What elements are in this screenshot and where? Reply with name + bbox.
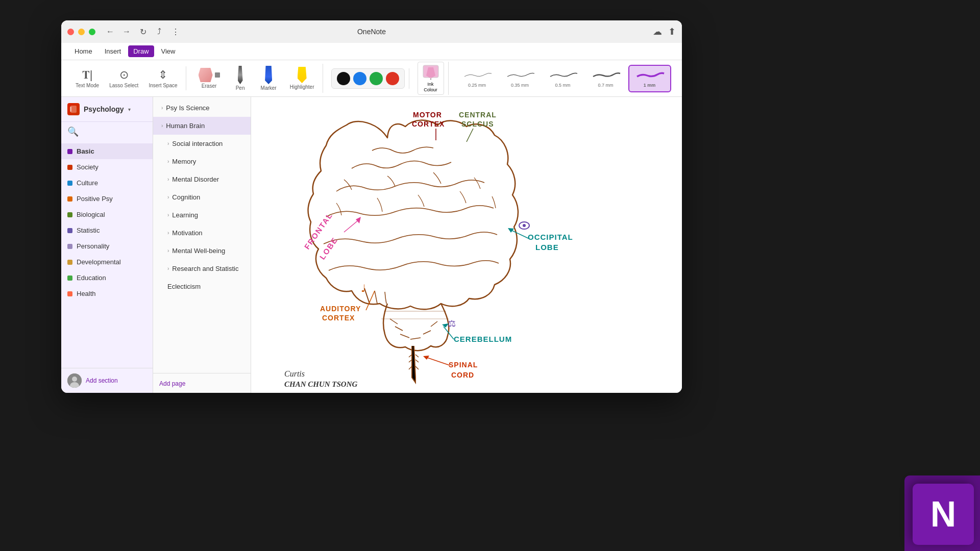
line-width-07[interactable]: 0.7 mm [585, 65, 626, 92]
sidebar-item-society[interactable]: Society [61, 159, 153, 175]
svg-point-6 [72, 377, 77, 382]
svg-marker-25 [356, 217, 361, 223]
eraser-label: Eraser [202, 83, 216, 89]
line-1-label: 1 mm [644, 83, 656, 88]
notebook-title[interactable]: Psychology [84, 105, 124, 113]
close-button[interactable] [67, 29, 74, 35]
sidebar-item-statistic[interactable]: Statistic [61, 222, 153, 238]
sidebar-item-developmental[interactable]: Developmental [61, 254, 153, 270]
line-width-group: 0.25 mm 0.35 mm 0.5 mm [453, 65, 675, 92]
page-social-label: Social interaction [172, 140, 223, 147]
color-red[interactable] [386, 72, 399, 85]
cloud-icon[interactable]: ☁ [653, 26, 662, 37]
svg-text:LOBE: LOBE [535, 243, 559, 252]
line-width-1[interactable]: 1 mm [628, 65, 671, 92]
sidebar-footer: Add section [61, 368, 153, 393]
page-mental-wellbeing[interactable]: › Mental Well-being [153, 242, 251, 260]
page-eclecticism[interactable]: Eclecticism [153, 278, 251, 295]
line-05-label: 0.5 mm [555, 83, 570, 88]
sidebar-item-culture[interactable]: Culture [61, 175, 153, 191]
chevron-wellbeing: › [167, 248, 169, 254]
menu-draw[interactable]: Draw [128, 45, 154, 57]
sidebar-item-biological[interactable]: Biological [61, 207, 153, 222]
svg-line-8 [390, 319, 398, 324]
chevron-psy: › [161, 105, 163, 111]
chevron-motivation: › [167, 230, 169, 236]
refresh-button[interactable]: ↻ [136, 25, 150, 38]
pages-panel: › Psy Is Science › Human Brain › Social … [153, 97, 251, 393]
chevron-research: › [167, 266, 169, 271]
color-black[interactable] [337, 72, 350, 85]
toolbar: 𝐓| Text Mode ⊙ Lasso Select ⇕ Insert Spa… [61, 60, 682, 97]
sidebar-item-positive-psy[interactable]: Positive Psy [61, 191, 153, 207]
text-tools-group: 𝐓| Text Mode ⊙ Lasso Select ⇕ Insert Spa… [67, 66, 186, 90]
pen-label: Pen [236, 85, 245, 91]
page-psy-is-science[interactable]: › Psy Is Science [153, 99, 251, 117]
ink-colour-icon [422, 64, 439, 81]
page-memory[interactable]: › Memory [153, 153, 251, 170]
line-width-025[interactable]: 0.25 mm [457, 65, 498, 92]
page-social-interaction[interactable]: › Social interaction [153, 135, 251, 153]
share-icon[interactable]: ⬆ [668, 26, 676, 37]
line-width-035[interactable]: 0.35 mm [500, 65, 541, 92]
notebook-chevron: ▾ [128, 107, 131, 112]
sidebar-item-personality[interactable]: Personality [61, 238, 153, 254]
lasso-select-button[interactable]: ⊙ Lasso Select [105, 66, 142, 90]
page-human-brain[interactable]: › Human Brain [153, 117, 251, 135]
nav-forward-button[interactable]: ⤴ [153, 25, 166, 38]
svg-line-13 [431, 321, 437, 327]
forward-button[interactable]: → [120, 25, 133, 38]
svg-text:SPINAL: SPINAL [449, 361, 478, 369]
svg-text:LOBE: LOBE [318, 235, 339, 261]
color-swatches [331, 68, 405, 89]
page-research-statistic[interactable]: › Research and Statistic [153, 260, 251, 278]
menu-home[interactable]: Home [69, 45, 97, 57]
pen-button[interactable]: Pen [229, 64, 252, 93]
page-motivation[interactable]: › Motivation [153, 224, 251, 242]
page-cognition[interactable]: › Cognition [153, 188, 251, 206]
text-mode-button[interactable]: 𝐓| Text Mode [71, 66, 103, 90]
positive-dot [67, 196, 72, 202]
ink-colour-button[interactable]: InkColour [418, 62, 444, 95]
svg-text:CEREBELLUM: CEREBELLUM [454, 335, 512, 343]
line-07-preview [591, 69, 621, 80]
app-window: ← → ↻ ⤴ ⋮ OneNote ☁ ⬆ Home Insert Draw V… [61, 20, 682, 393]
basic-label: Basic [77, 147, 94, 155]
search-icon[interactable]: 🔍 [67, 127, 79, 137]
minimize-button[interactable] [78, 29, 85, 35]
page-learning[interactable]: › Learning [153, 206, 251, 224]
svg-text:OCCIPITAL: OCCIPITAL [528, 233, 573, 241]
developmental-label: Developmental [77, 258, 121, 266]
notebook-icon [67, 103, 80, 115]
chevron-brain: › [161, 123, 163, 129]
highlighter-label: Highlighter [290, 84, 314, 90]
page-mental-disorder[interactable]: › Mental Disorder [153, 170, 251, 188]
svg-line-10 [400, 334, 409, 338]
highlighter-button[interactable]: Highlighter [286, 65, 318, 92]
color-group [327, 68, 409, 89]
svg-line-31 [467, 129, 473, 142]
chevron-cog: › [167, 194, 169, 200]
eraser-button[interactable]: Eraser [194, 66, 224, 91]
menu-insert[interactable]: Insert [100, 45, 127, 57]
svg-line-48 [426, 357, 450, 365]
svg-text:CORTEX: CORTEX [412, 120, 445, 128]
svg-text:⚖: ⚖ [448, 318, 456, 329]
page-wellbeing-label: Mental Well-being [172, 247, 225, 255]
user-avatar[interactable] [67, 373, 82, 388]
maximize-button[interactable] [89, 29, 95, 35]
color-green[interactable] [370, 72, 383, 85]
sidebar-item-education[interactable]: Education [61, 270, 153, 286]
nav-more-button[interactable]: ⋮ [169, 25, 182, 38]
back-button[interactable]: ← [104, 25, 117, 38]
menu-view[interactable]: View [156, 45, 181, 57]
line-width-05[interactable]: 0.5 mm [543, 65, 583, 92]
add-section-button[interactable]: Add section [86, 377, 118, 384]
insert-space-button[interactable]: ⇕ Insert Space [144, 66, 181, 90]
canvas-area[interactable]: FRONTAL LOBE MOTOR CORTEX CENTRAL SCLCUS… [251, 97, 682, 393]
add-page-button[interactable]: Add page [159, 380, 185, 387]
sidebar-item-basic[interactable]: Basic [61, 143, 153, 159]
color-blue[interactable] [353, 72, 366, 85]
sidebar-item-health[interactable]: Health [61, 286, 153, 302]
marker-button[interactable]: Marker [257, 64, 281, 93]
